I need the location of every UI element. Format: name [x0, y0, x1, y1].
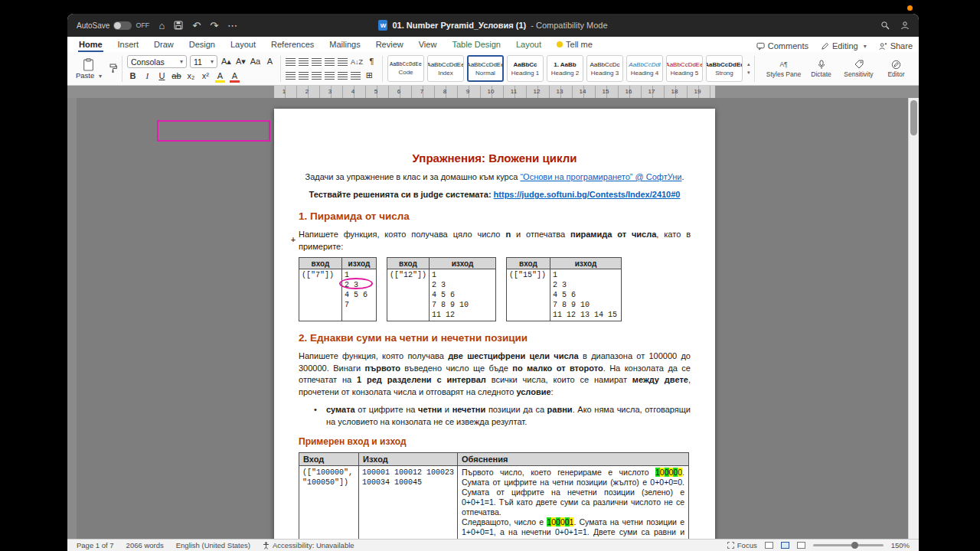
language-indicator[interactable]: English (United States)	[176, 541, 250, 549]
hyperlink[interactable]: https://judge.softuni.bg/Contests/Index/…	[494, 190, 681, 199]
chevron-up-icon[interactable]: ▴	[747, 61, 750, 67]
hyperlink[interactable]: “Основи на програмирането” @ СофтУни	[520, 172, 681, 181]
strikethrough-button[interactable]: ab	[171, 70, 182, 82]
zoom-level[interactable]: 150%	[891, 541, 910, 549]
ribbon-tab-layout[interactable]: Layout	[230, 38, 256, 52]
justify-icon[interactable]	[325, 72, 335, 80]
zoom-slider-knob[interactable]	[851, 542, 858, 549]
bold-button[interactable]: B	[127, 70, 139, 82]
autosave-switch[interactable]	[113, 21, 132, 30]
ribbon-tab-design[interactable]: Design	[188, 38, 216, 52]
table-move-handle[interactable]: +	[291, 236, 296, 244]
align-right-icon[interactable]	[312, 72, 322, 80]
paste-label: Paste	[76, 71, 94, 80]
document-page[interactable]: Упражнения: Вложени цикли Задачи за упра…	[274, 109, 715, 539]
shading-icon[interactable]	[351, 72, 361, 80]
editor-button[interactable]: Editor	[878, 59, 914, 78]
multilevel-list-icon[interactable]	[312, 58, 322, 66]
style-card-index[interactable]: AaBbCcDdEeIndex	[427, 55, 464, 82]
style-card-heading-3[interactable]: AaBbCcDcHeading 3	[586, 55, 623, 82]
example-header-input: Вход	[299, 453, 359, 466]
underline-button[interactable]: U	[156, 70, 168, 82]
vertical-scrollbar[interactable]	[908, 98, 919, 539]
ribbon-tab-table-design-contextual[interactable]: Table Design	[451, 38, 501, 52]
save-icon[interactable]	[174, 21, 183, 30]
ribbon-tab-draw[interactable]: Draw	[153, 38, 175, 52]
ribbon-tab-tell-me[interactable]: Tell me	[556, 38, 593, 52]
font-name-select[interactable]: Consolas ▾	[127, 55, 187, 68]
change-case-button[interactable]: Aa	[250, 56, 261, 67]
autosave-toggle[interactable]: AutoSave OFF	[77, 21, 149, 30]
subscript-button[interactable]: x₂	[185, 70, 197, 82]
style-card-code[interactable]: AaBbCcDdEeCode	[387, 55, 424, 82]
editing-mode-button[interactable]: Editing ▾	[821, 41, 867, 51]
style-card-heading-1[interactable]: AaBbCcHeading 1	[507, 55, 544, 82]
align-left-icon[interactable]	[286, 72, 296, 80]
font-size-select[interactable]: 11 ▾	[190, 55, 217, 68]
comments-button[interactable]: Comments	[756, 41, 808, 51]
autosave-label: AutoSave	[77, 21, 109, 30]
share-button[interactable]: Share	[879, 41, 913, 51]
decrease-indent-icon[interactable]	[325, 58, 335, 66]
ribbon-toolbar: Paste ▾ Consolas ▾ 11 ▾ A▴ A▾ Aa A	[67, 52, 919, 86]
share-icon[interactable]	[900, 21, 910, 30]
style-card-heading-2[interactable]: 1. AaBbHeading 2	[547, 55, 583, 82]
ribbon-tab-layout-contextual[interactable]: Layout	[515, 38, 542, 52]
more-commands-icon[interactable]: ⋯	[227, 21, 237, 31]
ribbon-tab-review[interactable]: Review	[375, 38, 404, 52]
ribbon-right-tools: A¶ Styles Pane Dictate Sensitivity Edit	[766, 59, 914, 78]
redo-icon[interactable]: ↷	[210, 21, 218, 31]
ribbon-tab-view[interactable]: View	[418, 38, 438, 52]
clear-formatting-button[interactable]: A	[264, 56, 276, 67]
superscript-button[interactable]: x²	[200, 70, 211, 82]
style-card-heading-5[interactable]: AaBbCcDdEeHeading 5	[666, 55, 703, 82]
accessibility-status[interactable]: Accessibility: Unavailable	[263, 541, 354, 549]
doc-title: Упражнения: Вложени цикли	[299, 152, 691, 165]
style-card-strong[interactable]: AaBbCcDdEeStrong	[706, 55, 743, 82]
italic-button[interactable]: I	[142, 70, 153, 82]
bullet-list-icon[interactable]	[286, 58, 296, 66]
align-center-icon[interactable]	[299, 72, 309, 80]
style-card-normal[interactable]: AaBbCcDdEeNormal	[467, 55, 504, 82]
doc-intro-line: Задачи за упражнение в клас и за домашно…	[299, 171, 691, 182]
show-paragraph-marks-icon[interactable]: ¶	[366, 56, 377, 67]
style-sample: AaBbCc	[513, 61, 537, 68]
focus-mode-button[interactable]: Focus	[727, 541, 757, 549]
styles-gallery-scroll[interactable]: ▴ ▾	[747, 61, 750, 76]
shrink-font-button[interactable]: A▾	[235, 56, 247, 67]
scrollbar-thumb[interactable]	[910, 100, 917, 135]
increase-indent-icon[interactable]	[338, 58, 348, 66]
text-highlight-button[interactable]: A	[214, 71, 226, 81]
page-indicator[interactable]: Page 1 of 7	[77, 541, 114, 549]
style-card-heading-4[interactable]: AaBbCcDdlHeading 4	[626, 55, 663, 82]
ribbon-tab-insert[interactable]: Insert	[117, 38, 140, 52]
style-name: Strong	[715, 70, 733, 77]
font-color-button[interactable]: A	[229, 71, 240, 81]
borders-icon[interactable]: ⊞	[364, 70, 375, 81]
ribbon-tab-home[interactable]: Home	[78, 38, 103, 52]
ribbon-tab-mailings[interactable]: Mailings	[328, 38, 361, 52]
sort-icon[interactable]: A↓Z	[351, 58, 363, 66]
search-icon[interactable]	[880, 21, 890, 30]
line-spacing-icon[interactable]	[338, 72, 348, 80]
read-mode-view-icon[interactable]	[765, 542, 773, 549]
pencil-icon	[821, 42, 829, 51]
styles-pane-button[interactable]: A¶ Styles Pane	[766, 59, 802, 78]
style-sample: AaBbCcDc	[590, 61, 619, 68]
chevron-down-icon[interactable]: ▾	[747, 70, 750, 76]
home-icon[interactable]: ⌂	[158, 21, 165, 31]
paste-button[interactable]: Paste ▾	[72, 57, 106, 80]
format-painter-icon[interactable]	[109, 64, 117, 73]
annotation-rectangle[interactable]	[157, 120, 270, 142]
undo-icon[interactable]: ↶	[192, 21, 201, 31]
zoom-slider[interactable]	[813, 544, 884, 546]
word-count[interactable]: 2066 words	[126, 541, 164, 549]
sensitivity-button[interactable]: Sensitivity	[841, 59, 877, 78]
numbered-list-icon[interactable]	[299, 58, 309, 66]
dictate-button[interactable]: Dictate	[803, 59, 839, 78]
ribbon-tab-references[interactable]: References	[270, 38, 315, 52]
print-layout-view-icon[interactable]	[781, 542, 789, 549]
horizontal-ruler[interactable]: 12345678910111213141516171819	[67, 86, 919, 98]
grow-font-button[interactable]: A▴	[220, 56, 232, 67]
web-layout-view-icon[interactable]	[797, 542, 805, 549]
